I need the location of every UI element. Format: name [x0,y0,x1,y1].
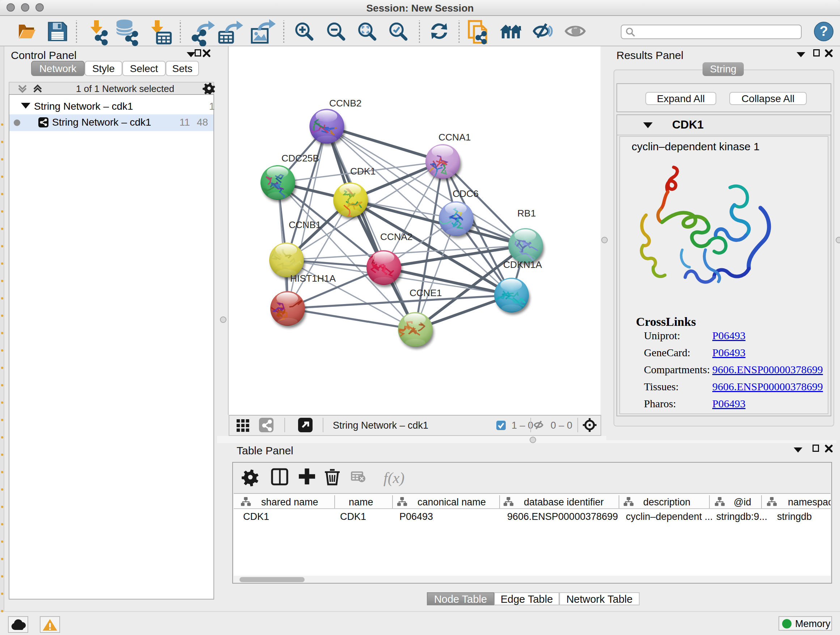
svg-text:CDKN1A: CDKN1A [503,259,542,270]
svg-text:@id: @id [734,497,751,508]
svg-text:RB1: RB1 [517,208,536,219]
svg-text:CCNA1: CCNA1 [439,132,471,143]
svg-text:CDC25B: CDC25B [281,153,319,164]
svg-text:CCNA2: CCNA2 [380,231,412,242]
svg-text:CDC6: CDC6 [453,188,478,199]
svg-text:1 – 0: 1 – 0 [512,420,533,431]
svg-text:?: ? [819,24,828,39]
svg-text:description: description [643,497,691,508]
svg-text:HIST1H1A: HIST1H1A [290,273,336,284]
svg-text:name: name [349,497,373,508]
svg-text:String Network – cdk1: String Network – cdk1 [333,420,428,431]
svg-text:0 – 0: 0 – 0 [551,420,572,431]
svg-text:CCNE1: CCNE1 [409,287,442,298]
svg-text:database identifier: database identifier [524,497,604,508]
svg-text:namespac: namespac [788,497,831,508]
svg-text:CCNB2: CCNB2 [329,98,362,109]
svg-text:CDK1: CDK1 [350,166,376,177]
svg-text:CCNB1: CCNB1 [289,219,321,230]
svg-text:canonical name: canonical name [417,497,486,508]
svg-text:shared name: shared name [261,497,318,508]
svg-text:f(x): f(x) [384,470,404,486]
